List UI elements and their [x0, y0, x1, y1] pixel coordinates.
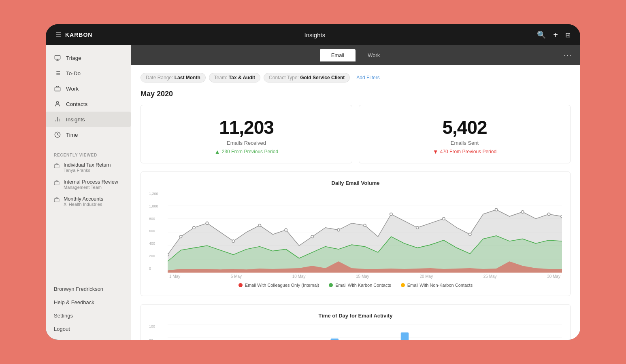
metric-card-sent: 5,402 Emails Sent ▼ 470 From Previous Pe…	[359, 105, 571, 163]
insights-label: Insights	[66, 116, 85, 123]
time-chart-title: Time of Day for Email Activity	[149, 313, 562, 319]
x-axis-labels: 1 May 5 May 10 May 15 May 20 May 25 May …	[168, 274, 562, 279]
recently-viewed-item-1[interactable]: Internal Process Review Management Team	[46, 176, 131, 193]
svg-point-10	[56, 102, 58, 104]
y-label-6: 0	[149, 267, 164, 271]
svg-point-32	[311, 235, 313, 238]
x-label-3: 15 May	[356, 274, 369, 279]
svg-point-38	[468, 233, 471, 236]
app-body: Triage To-Do Work	[46, 45, 580, 340]
rv-title-1: Internal Process Review	[64, 179, 118, 185]
y-label-2: 800	[149, 217, 164, 221]
search-icon[interactable]: 🔍	[537, 30, 546, 39]
rv-text-0: Individual Tax Return Tanya Franks	[64, 162, 111, 173]
sidebar-item-time[interactable]: Time	[46, 127, 131, 142]
work-icon	[54, 85, 61, 92]
device-frame: ☰ KARBON Insights 🔍 + ⊞ Triage	[46, 24, 580, 340]
svg-rect-17	[54, 199, 59, 202]
legend-item-2: Email With Non-Karbon Contacts	[401, 283, 473, 288]
svg-point-37	[443, 217, 445, 220]
hamburger-icon[interactable]: ☰	[55, 31, 61, 39]
time-chart-body	[168, 324, 562, 340]
filter-team[interactable]: Team: Tax & Audit	[209, 73, 260, 83]
metrics-row: 11,203 Emails Received ▲ 230 From Previo…	[141, 105, 571, 163]
recently-viewed-item-0[interactable]: Individual Tax Return Tanya Franks	[46, 159, 131, 176]
main-content: Email Work ··· Date Range: Last Month Te…	[131, 45, 580, 340]
svg-point-42	[561, 215, 562, 218]
triage-label: Triage	[66, 55, 81, 61]
sidebar-item-insights[interactable]: Insights	[46, 112, 131, 127]
y-label-5: 200	[149, 254, 164, 258]
add-filters-button[interactable]: Add Filters	[353, 73, 383, 82]
legend-dot-2	[401, 283, 405, 287]
tab-work[interactable]: Work	[356, 49, 391, 61]
y-time-label-1: 80	[149, 339, 164, 340]
rv-text-1: Internal Process Review Management Team	[64, 179, 118, 190]
logout[interactable]: Logout	[46, 322, 131, 336]
rv-icon-1	[54, 180, 60, 187]
sidebar-item-work[interactable]: Work	[46, 81, 131, 96]
svg-point-39	[495, 208, 497, 211]
x-label-5: 25 May	[483, 274, 497, 279]
svg-point-29	[232, 240, 234, 243]
filter-contact-type[interactable]: Contact Type: Gold Service Client	[264, 73, 350, 83]
help-feedback[interactable]: Help & Feedback	[46, 296, 131, 309]
tabs: Email Work	[320, 49, 392, 61]
y-label-4: 400	[149, 241, 164, 245]
team-value: Tax & Audit	[229, 75, 255, 80]
contact-type-label: Contact Type:	[269, 75, 299, 80]
svg-point-28	[206, 222, 208, 224]
sidebar-item-contacts[interactable]: Contacts	[46, 96, 131, 112]
grid-icon[interactable]: ⊞	[565, 31, 571, 39]
svg-rect-61	[401, 332, 409, 340]
team-label: Team:	[214, 75, 228, 80]
recently-viewed-item-2[interactable]: Monthly Accounts Xi Health Industries	[46, 193, 131, 210]
svg-rect-15	[54, 165, 59, 168]
rv-icon-2	[54, 197, 60, 204]
metric-received-label: Emails Received	[149, 140, 344, 146]
daily-email-chart-card: Daily Email Volume 1,200 1,000 800 600 4…	[141, 171, 571, 296]
insights-icon	[54, 116, 61, 123]
x-label-1: 5 May	[231, 274, 242, 279]
legend-dot-0	[238, 283, 243, 287]
top-bar: ☰ KARBON Insights 🔍 + ⊞	[46, 24, 580, 45]
daily-chart-area	[168, 192, 562, 273]
svg-point-31	[285, 229, 287, 231]
date-range-value: Last Month	[175, 75, 200, 80]
user-name[interactable]: Bronwyn Fredrickson	[46, 282, 131, 296]
rv-title-2: Monthly Accounts	[64, 196, 103, 202]
svg-point-30	[258, 224, 261, 227]
time-icon	[54, 131, 61, 138]
recently-viewed-label: RECENTLY VIEWED	[46, 147, 131, 159]
filter-date-range[interactable]: Date Range: Last Month	[141, 73, 206, 83]
x-label-6: 30 May	[547, 274, 560, 279]
contact-type-value: Gold Service Client	[300, 75, 345, 80]
metric-sent-change: ▼ 470 From Previous Period	[367, 148, 562, 155]
date-range-label: Date Range:	[146, 75, 173, 80]
sidebar-item-triage[interactable]: Triage	[46, 50, 131, 66]
svg-rect-57	[331, 339, 339, 340]
x-label-2: 10 May	[292, 274, 306, 279]
sidebar-item-todo[interactable]: To-Do	[46, 66, 131, 81]
rv-subtitle-2: Xi Health Industries	[64, 202, 103, 207]
svg-point-25	[168, 253, 169, 256]
metric-sent-change-text: 470 From Previous Period	[440, 149, 496, 154]
page-title: Insights	[304, 32, 326, 38]
tab-email[interactable]: Email	[320, 49, 356, 61]
time-chart-svg	[168, 324, 562, 340]
brand-label: KARBON	[65, 32, 92, 38]
metric-sent-value: 5,402	[367, 116, 562, 138]
metric-received-change: ▲ 230 From Previous Period	[149, 148, 344, 155]
filters-row: Date Range: Last Month Team: Tax & Audit…	[141, 73, 571, 83]
daily-chart-svg	[168, 192, 562, 273]
add-icon[interactable]: +	[553, 30, 558, 40]
metric-received-change-text: 230 From Previous Period	[222, 149, 278, 154]
legend-item-1: Email With Karbon Contacts	[329, 283, 391, 288]
settings[interactable]: Settings	[46, 309, 131, 322]
more-options-icon[interactable]: ···	[564, 51, 572, 59]
svg-rect-16	[54, 182, 59, 185]
rv-icon-0	[54, 163, 60, 170]
legend-label-0: Email With Colleagues Only (Internal)	[245, 283, 319, 288]
todo-icon	[54, 70, 61, 77]
top-bar-right: 🔍 + ⊞	[537, 30, 571, 40]
